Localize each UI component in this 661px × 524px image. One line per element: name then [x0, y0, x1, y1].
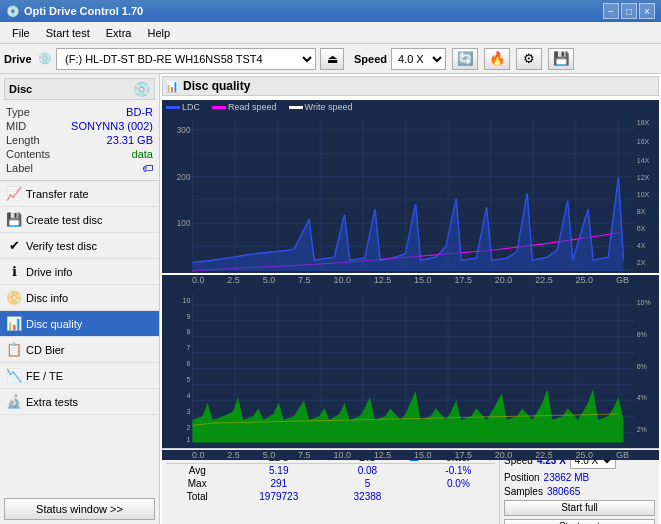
sidebar-item-drive-info[interactable]: ℹ Drive info: [0, 259, 159, 285]
x-label-150: 15.0: [414, 275, 432, 285]
save-button[interactable]: 💾: [548, 48, 574, 70]
speed-select[interactable]: 4.0 X: [391, 48, 446, 70]
burn-button[interactable]: 🔥: [484, 48, 510, 70]
stats-avg-empty: [406, 464, 422, 478]
x-unit-upper: GB: [616, 275, 629, 285]
stats-right: Speed 4.23 X 4.0 X Position 23862 MB Sam…: [499, 449, 659, 524]
lx-label-75: 7.5: [298, 450, 311, 460]
menu-help[interactable]: Help: [139, 25, 178, 41]
sidebar-item-extra-tests[interactable]: 🔬 Extra tests: [0, 389, 159, 415]
sidebar-item-fe-te-label: FE / TE: [26, 370, 63, 382]
sidebar-item-extra-tests-label: Extra tests: [26, 396, 78, 408]
eject-button[interactable]: ⏏: [320, 48, 344, 70]
options-button[interactable]: ⚙: [516, 48, 542, 70]
sidebar-item-cd-bier-label: CD Bier: [26, 344, 65, 356]
menu-start-test[interactable]: Start test: [38, 25, 98, 41]
sidebar-item-transfer-rate[interactable]: 📈 Transfer rate: [0, 181, 159, 207]
svg-text:2: 2: [186, 423, 190, 432]
svg-text:4%: 4%: [637, 393, 648, 402]
x-label-250: 25.0: [576, 275, 594, 285]
disc-panel: Disc 💿 Type BD-R MID SONYNN3 (002) Lengt…: [0, 74, 159, 181]
speed-label: Speed: [354, 53, 387, 65]
x-label-25: 2.5: [227, 275, 240, 285]
disc-label-label: Label: [6, 162, 61, 174]
app-title: Opti Drive Control 1.70: [24, 5, 143, 17]
sidebar-menu: 📈 Transfer rate 💾 Create test disc ✔ Ver…: [0, 181, 159, 494]
lx-label-25: 2.5: [227, 450, 240, 460]
stats-total-ldc: 1979723: [228, 490, 329, 503]
stats-max-empty: [406, 477, 422, 490]
stats-max-bis: 5: [329, 477, 406, 490]
cd-bier-icon: 📋: [6, 342, 22, 358]
lx-label-225: 22.5: [535, 450, 553, 460]
x-label-0: 0.0: [192, 275, 205, 285]
upper-chart-legend: LDC Read speed Write speed: [162, 100, 659, 114]
stats-left: LDC BIS Jitter Avg 5.19 0.08: [162, 449, 499, 524]
stats-max-label: Max: [166, 477, 228, 490]
svg-text:300: 300: [177, 125, 191, 135]
svg-text:8%: 8%: [637, 329, 648, 338]
svg-text:6X: 6X: [637, 224, 646, 233]
position-row: Position 23862 MB: [504, 472, 655, 483]
drive-select[interactable]: (F:) HL-DT-ST BD-RE WH16NS58 TST4: [56, 48, 316, 70]
disc-mid-label: MID: [6, 120, 61, 132]
sidebar-item-disc-info[interactable]: 📀 Disc info: [0, 285, 159, 311]
stats-max-jitter: 0.0%: [422, 477, 495, 490]
svg-text:4X: 4X: [637, 240, 646, 249]
lower-chart-svg: 10 9 8 7 6 5 4 3 2 1 10% 8% 6%: [162, 289, 659, 448]
stats-total-bis: 32388: [329, 490, 406, 503]
upper-chart-area: 300 200 100 18X 16X 14X 12X 10X 8X 6X 4X…: [162, 114, 659, 273]
close-button[interactable]: ×: [639, 3, 655, 19]
sidebar-item-verify-test-disc[interactable]: ✔ Verify test disc: [0, 233, 159, 259]
svg-text:2X: 2X: [637, 257, 646, 266]
title-bar-controls[interactable]: − □ ×: [603, 3, 655, 19]
lx-label-50: 5.0: [263, 450, 276, 460]
svg-text:8: 8: [186, 327, 190, 336]
lower-chart-section: BIS Jitter: [162, 275, 659, 448]
lower-x-axis: 0.0 2.5 5.0 7.5 10.0 12.5 15.0 17.5 20.0…: [162, 450, 659, 460]
drive-label: Drive: [4, 53, 34, 65]
stats-total-empty: [406, 490, 422, 503]
sidebar-item-cd-bier[interactable]: 📋 CD Bier: [0, 337, 159, 363]
sidebar-item-create-test-disc-label: Create test disc: [26, 214, 102, 226]
stats-avg-ldc: 5.19: [228, 464, 329, 478]
refresh-button[interactable]: 🔄: [452, 48, 478, 70]
main-layout: Disc 💿 Type BD-R MID SONYNN3 (002) Lengt…: [0, 74, 661, 524]
start-part-button[interactable]: Start part: [504, 519, 655, 524]
disc-label-value: 🏷: [63, 162, 153, 174]
sidebar-item-fe-te[interactable]: 📉 FE / TE: [0, 363, 159, 389]
disc-header: Disc 💿: [4, 78, 155, 100]
sidebar-item-verify-test-disc-label: Verify test disc: [26, 240, 97, 252]
minimize-button[interactable]: −: [603, 3, 619, 19]
drive-icon: 💿: [38, 52, 52, 65]
upper-chart-section: LDC Read speed Write speed: [162, 100, 659, 273]
disc-type-label: Type: [6, 106, 61, 118]
x-label-200: 20.0: [495, 275, 513, 285]
menu-extra[interactable]: Extra: [98, 25, 140, 41]
svg-text:100: 100: [177, 218, 191, 228]
stats-total-label: Total: [166, 490, 228, 503]
verify-test-disc-icon: ✔: [6, 238, 22, 254]
svg-text:6%: 6%: [637, 361, 648, 370]
svg-text:6: 6: [186, 359, 190, 368]
disc-type-value: BD-R: [63, 106, 153, 118]
x-label-175: 17.5: [454, 275, 472, 285]
read-speed-legend: Read speed: [212, 102, 277, 112]
svg-text:200: 200: [177, 172, 191, 182]
svg-text:9: 9: [186, 311, 190, 320]
upper-x-axis: 0.0 2.5 5.0 7.5 10.0 12.5 15.0 17.5 20.0…: [162, 275, 659, 285]
sidebar-item-create-test-disc[interactable]: 💾 Create test disc: [0, 207, 159, 233]
svg-text:10X: 10X: [637, 190, 650, 199]
svg-text:12X: 12X: [637, 173, 650, 182]
status-window-button[interactable]: Status window >>: [4, 498, 155, 520]
menu-file[interactable]: File: [4, 25, 38, 41]
sidebar-item-disc-quality[interactable]: 📊 Disc quality: [0, 311, 159, 337]
content-area: 📊 Disc quality LDC Read speed: [160, 74, 661, 524]
position-label: Position: [504, 472, 540, 483]
maximize-button[interactable]: □: [621, 3, 637, 19]
lx-label-150: 15.0: [414, 450, 432, 460]
x-label-75: 7.5: [298, 275, 311, 285]
x-label-100: 10.0: [333, 275, 351, 285]
start-full-button[interactable]: Start full: [504, 500, 655, 516]
menu-bar: File Start test Extra Help: [0, 22, 661, 44]
